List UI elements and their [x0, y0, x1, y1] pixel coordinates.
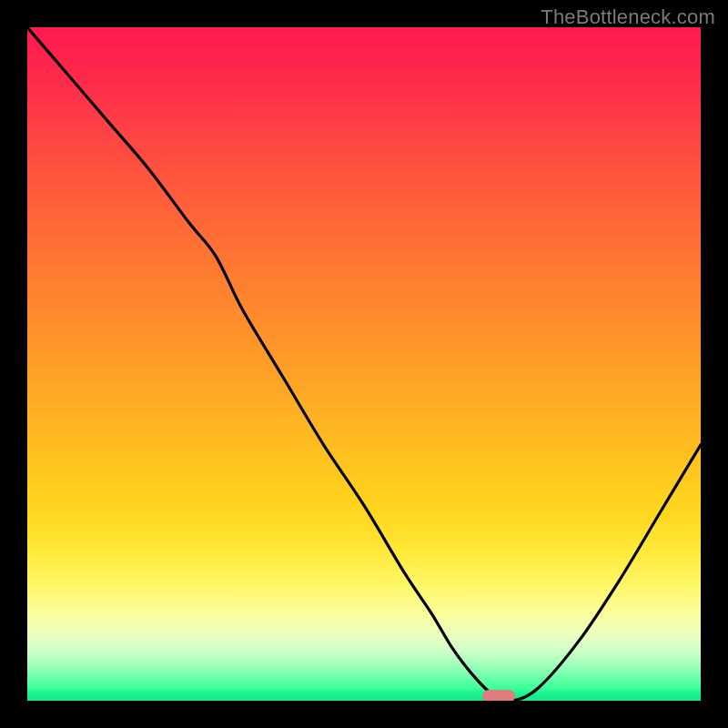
- watermark-label: TheBottleneck.com: [541, 5, 715, 29]
- plot-area: [27, 27, 701, 701]
- optimal-marker: [482, 690, 515, 701]
- bottleneck-curve: [27, 27, 701, 701]
- chart-frame: TheBottleneck.com: [0, 0, 728, 728]
